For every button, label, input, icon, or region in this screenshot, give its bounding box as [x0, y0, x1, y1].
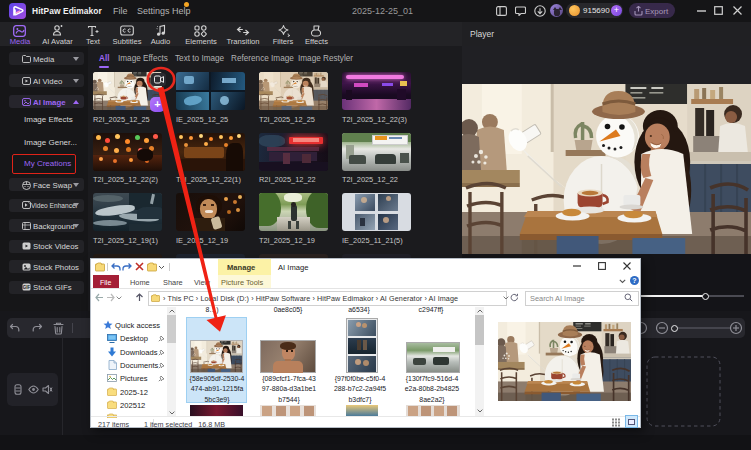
- svg-text:GIF: GIF: [23, 285, 31, 290]
